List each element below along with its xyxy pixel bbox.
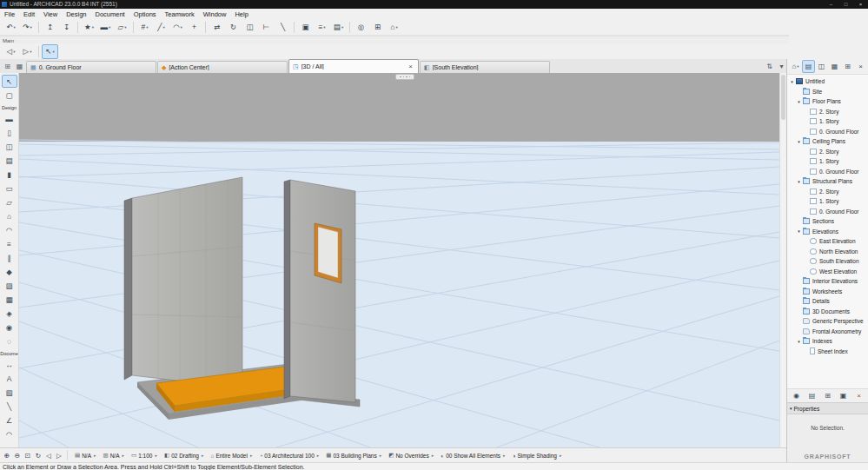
lamp-tool[interactable]: ◉ (2, 321, 17, 334)
wall-tool[interactable]: ▬ (2, 112, 17, 125)
viewport-vertical-scrollbar[interactable] (779, 73, 786, 447)
window-tool[interactable]: ◫ (2, 140, 17, 153)
viewport-3d[interactable] (19, 73, 779, 447)
group-elements-button[interactable]: ▣ (297, 20, 314, 35)
next-view-button[interactable]: ▷ (54, 450, 64, 460)
display-order-button[interactable]: ≡▾ (314, 20, 330, 35)
pen-color-field[interactable]: ▤N/A▸ (75, 452, 96, 459)
tree-item-site[interactable]: Site (787, 87, 868, 97)
tree-item-south-elevation[interactable]: South Elevation (787, 256, 868, 267)
navigator-close-button[interactable]: × (854, 60, 867, 73)
tree-item-2-story[interactable]: 2. Story (787, 107, 868, 117)
view-settings-button[interactable]: ◉ (790, 389, 803, 402)
arc-tool[interactable]: ◠ (2, 427, 17, 440)
go-back-button[interactable]: ◁▾ (3, 44, 19, 59)
redo-button[interactable]: ↷▾ (19, 20, 36, 35)
project-chooser-button[interactable]: ⌂▾ (789, 60, 802, 73)
fit-in-window-button[interactable]: ⊞ (369, 20, 386, 35)
menu-help[interactable]: Help (230, 9, 252, 19)
split-button[interactable]: ╲ (275, 20, 291, 35)
tree-item-sections[interactable]: Sections (787, 216, 868, 227)
tree-item-structural-plans[interactable]: ▾Structural Plans (787, 176, 868, 187)
tree-item-1-story[interactable]: 1. Story (787, 116, 868, 127)
tree-item-details[interactable]: Details (787, 296, 868, 307)
rotate-button[interactable]: ↻ (225, 20, 242, 35)
mirror-button[interactable]: ◫ (242, 20, 258, 35)
layer-field[interactable]: ▥N/A▸ (103, 452, 125, 459)
quick-options-icon[interactable]: ⊞ (2, 61, 13, 72)
tree-item-2-story[interactable]: 2. Story (787, 147, 868, 157)
wall-left[interactable] (124, 177, 242, 388)
opening-tool[interactable]: ◌ (2, 334, 17, 348)
3d-style-field[interactable]: ◑Simple Shading▸ (513, 453, 562, 459)
tree-item-indexes[interactable]: ▾Indexes (787, 336, 868, 347)
tree-item-north-elevation[interactable]: North Elevation (787, 247, 868, 257)
renovation-filter-field[interactable]: ◐00 Show All Elements▸ (441, 453, 505, 459)
tree-item-worksheets[interactable]: Worksheets (787, 287, 868, 297)
drag-button[interactable]: ⇄ (209, 20, 225, 35)
tab-3d-all[interactable]: ◳[3D / All]× (288, 59, 419, 73)
tree-item-1-story[interactable]: 1. Story (787, 196, 868, 207)
tree-item-interior-elevations[interactable]: Interior Elevations (787, 276, 868, 287)
roof-tool[interactable]: ⌂ (2, 209, 17, 222)
maximize-button[interactable]: □ (838, 0, 853, 9)
menu-design[interactable]: Design (62, 9, 90, 19)
collapse-arrow-icon[interactable]: ▾ (796, 179, 802, 184)
element-default-settings-button[interactable]: ▬▾ (97, 20, 114, 35)
railing-tool[interactable]: ∥ (2, 251, 17, 264)
tree-item-0-ground-floor[interactable]: 0. Ground Floor (787, 167, 868, 177)
tab-action-center[interactable]: ◆[Action Center] (157, 61, 288, 73)
tree-item-3d-documents[interactable]: 3D Documents (787, 307, 868, 317)
fill-tool[interactable]: ▧ (2, 386, 17, 399)
column-tool[interactable]: ▮ (2, 168, 17, 181)
model-view-options-field[interactable]: ▦03 Building Plans▸ (326, 452, 381, 459)
layout-book-button[interactable]: ▦ (828, 60, 841, 73)
undo-button[interactable]: ↶▾ (3, 20, 19, 35)
trim-button[interactable]: ⊢ (258, 20, 275, 35)
collapse-arrow-icon[interactable]: ▾ (796, 228, 802, 234)
pen-set-field[interactable]: ◔03 Architectural 100▸ (259, 453, 319, 459)
tree-item-generic-perspective[interactable]: Generic Perspective (787, 316, 868, 327)
viewport-drag-pill[interactable] (395, 74, 414, 80)
tree-item-floor-plans[interactable]: ▾Floor Plans (787, 96, 868, 107)
tree-item-ceiling-plans[interactable]: ▾Ceiling Plans (787, 136, 868, 147)
favorites-button[interactable]: ★▾ (81, 20, 97, 35)
properties-header[interactable]: ▾ Properties (787, 402, 868, 414)
go-forward-button[interactable]: ▷▾ (19, 44, 36, 59)
polyline-tool[interactable]: ∠ (2, 414, 17, 427)
inject-parameters-button[interactable]: ↧ (58, 20, 75, 35)
grid-snap-button[interactable]: #▾ (136, 20, 153, 35)
zoom-button[interactable]: ◎ (353, 20, 369, 35)
morph-tool[interactable]: ◆ (2, 265, 17, 278)
menu-file[interactable]: File (0, 9, 19, 19)
item-settings-button[interactable]: ▣ (837, 389, 850, 402)
structure-display-field[interactable]: ⌂Entire Model▸ (210, 453, 252, 459)
profile-manager-button[interactable]: ▱▾ (114, 20, 130, 35)
window-opening[interactable] (315, 223, 341, 283)
mesh-tool[interactable]: ▦ (2, 293, 17, 306)
guide-lines-button[interactable]: ╱▾ (153, 20, 169, 35)
view-map-button[interactable]: ◫ (815, 60, 828, 73)
collapse-arrow-icon[interactable]: ▾ (789, 79, 795, 84)
layer-settings-button[interactable]: ▤▾ (330, 20, 347, 35)
menu-window[interactable]: Window (199, 9, 231, 19)
tree-item-0-ground-floor[interactable]: 0. Ground Floor (787, 207, 868, 217)
previous-view-button[interactable]: ◁ (43, 450, 54, 460)
tree-item-west-elevation[interactable]: West Elevation (787, 267, 868, 277)
pop-up-navigator-icon[interactable]: ▦ (14, 61, 25, 72)
scrollbar-thumb[interactable] (781, 75, 785, 120)
3d-visualization-button[interactable]: ⌂▾ (386, 20, 402, 35)
delete-item-button[interactable]: × (852, 389, 865, 402)
tree-item-untitled[interactable]: ▾Untitled (787, 76, 868, 87)
tab-list-icon[interactable]: ⇅ (764, 61, 775, 72)
wall-right[interactable] (284, 180, 355, 402)
fit-in-window-button[interactable]: ⊡ (23, 450, 33, 460)
graphic-override-field[interactable]: ◩No Overrides▸ (388, 452, 434, 459)
tree-item-frontal-axonometry[interactable]: Frontal Axonometry (787, 327, 868, 337)
snap-guides-button[interactable]: ◠▾ (169, 20, 186, 35)
text-tool[interactable]: A (2, 372, 17, 385)
clone-folder-button[interactable]: ⊞ (821, 389, 834, 402)
menu-edit[interactable]: Edit (19, 9, 39, 19)
tree-item-elevations[interactable]: ▾Elevations (787, 227, 868, 237)
collapse-arrow-icon[interactable]: ▾ (796, 339, 802, 344)
